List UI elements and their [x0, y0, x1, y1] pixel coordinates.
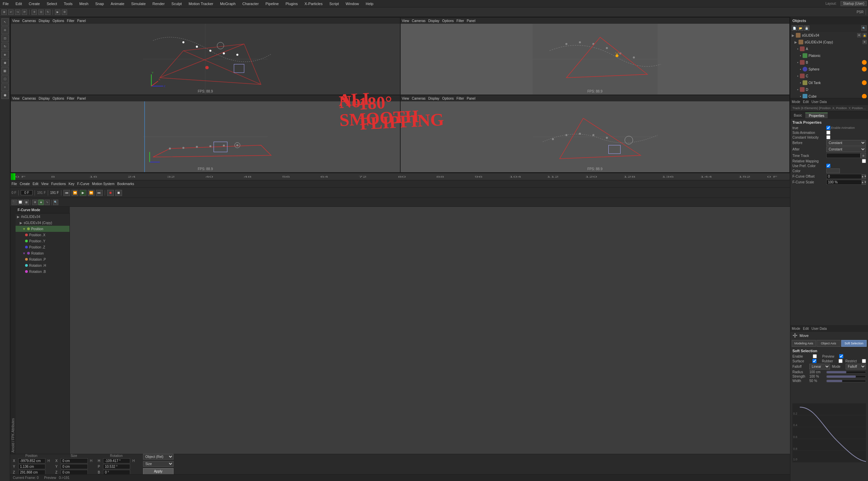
vp3-filter-menu[interactable]: Filter	[67, 97, 74, 100]
viewport-1-content[interactable]: Z Y X FPS: 88.9	[11, 24, 400, 95]
vp3-options-menu[interactable]: Options	[53, 97, 64, 100]
size-x-input[interactable]	[61, 458, 88, 463]
fcurve-scale-spin[interactable]: ▲▼	[862, 180, 866, 185]
vp2-cameras-menu[interactable]: Cameras	[412, 19, 426, 23]
file-menu[interactable]: File	[1, 1, 10, 6]
ss-width-slider[interactable]	[826, 380, 866, 382]
fcurve-offset-input[interactable]	[826, 174, 862, 179]
fcurve-tree-item-copy[interactable]: ▶ sGLIDEv34 (Copy)	[16, 220, 69, 226]
pos-y-input[interactable]	[18, 464, 45, 469]
play-button[interactable]: ▶	[80, 190, 86, 196]
window-menu[interactable]: Window	[344, 1, 360, 6]
fc-icon-3[interactable]: ▦	[24, 200, 29, 205]
ss-enable-checkbox[interactable]	[813, 354, 817, 358]
render-icon[interactable]: ▶	[55, 9, 60, 15]
xparticles-menu[interactable]: X-Particles	[303, 1, 324, 6]
fcurve-tree-item-pos-z[interactable]: Position .Z	[16, 244, 69, 250]
color-swatch[interactable]	[826, 168, 840, 173]
toolbar-icon-1[interactable]: ⊞	[1, 9, 7, 15]
obj-item-sphere[interactable]: • Sphere	[790, 66, 868, 73]
obj-item-oiltank[interactable]: • Oil Tank	[790, 79, 868, 86]
render-settings-icon[interactable]: ⚙	[62, 9, 67, 15]
obj-lock-1[interactable]: 🔒	[863, 33, 867, 37]
character-menu[interactable]: Character	[241, 1, 260, 6]
timeline-area[interactable]: 0 F 8 16 24 32 40 48 56 64 72 80 88 96 1…	[10, 173, 790, 180]
record-button[interactable]: ⏺	[107, 190, 114, 196]
prev-frame-button[interactable]: ⏪	[72, 190, 78, 196]
fcurve-key-menu[interactable]: Key	[68, 182, 74, 186]
fc-tangent-icon[interactable]: ∿	[44, 200, 50, 205]
vp3-display-menu[interactable]: Display	[39, 97, 50, 100]
obj-vis-1[interactable]: 👁	[857, 33, 861, 37]
fcurve-create-menu[interactable]: Create	[20, 182, 30, 186]
sidebar-tool4-icon[interactable]: ⬡	[1, 75, 9, 83]
viewport-2-content[interactable]: FPS: 88.9	[401, 24, 790, 95]
create-menu[interactable]: Create	[27, 1, 41, 6]
fc-snap-icon[interactable]: ⊞	[32, 200, 38, 205]
pos-x-input[interactable]	[18, 458, 45, 463]
go-to-end-button[interactable]: ⏭	[96, 190, 103, 196]
vp2-display-menu[interactable]: Display	[428, 19, 440, 23]
fcurve-fcurve-menu[interactable]: F-Curve	[77, 182, 89, 186]
obj-save-icon[interactable]: 💾	[804, 25, 809, 31]
mograph-menu[interactable]: MoGraph	[219, 1, 237, 6]
attr-edit-tab[interactable]: Edit	[803, 327, 809, 330]
fcurve-tree-item-rot-p[interactable]: Rotation .P	[16, 256, 69, 262]
pipeline-menu[interactable]: Pipeline	[264, 1, 280, 6]
toolbar-icon-2[interactable]: ↩	[8, 9, 14, 15]
object-axis-button[interactable]: Object Axis	[816, 340, 841, 347]
ss-falloff-dropdown[interactable]: Linear	[809, 364, 830, 369]
ss-rubber-checkbox[interactable]	[839, 359, 843, 363]
obj-item-platonic[interactable]: • Platonic	[790, 52, 868, 59]
motion-tracker-menu[interactable]: Motion Tracker	[187, 1, 215, 6]
sidebar-tool5-icon[interactable]: ⌗	[1, 83, 9, 91]
fcurve-view-menu[interactable]: View	[41, 182, 48, 186]
vp4-view-menu[interactable]: View	[402, 97, 409, 100]
mode-tab[interactable]: Mode	[792, 100, 800, 104]
obj-item-sglide-copy[interactable]: ▶ sGLIDEv34 (Copy) 👁	[790, 39, 868, 45]
fcurve-tree-item-root[interactable]: ▶ #sGLIDEv34	[16, 214, 69, 220]
basic-tab[interactable]: Basic	[790, 113, 805, 118]
vp1-view-menu[interactable]: View	[12, 19, 20, 23]
vp1-options-menu[interactable]: Options	[53, 19, 64, 23]
fc-key-icon[interactable]: ◆	[38, 200, 44, 205]
fcurve-motion-system-menu[interactable]: Motion System	[92, 182, 115, 186]
vp2-panel-menu[interactable]: Panel	[467, 19, 476, 23]
fcurve-tree-item-rotation[interactable]: ▼ Rotation	[16, 250, 69, 256]
vp2-options-menu[interactable]: Options	[442, 19, 453, 23]
simulate-menu[interactable]: Simulate	[130, 1, 147, 6]
vp1-filter-menu[interactable]: Filter	[67, 19, 74, 23]
viewport-3-content[interactable]: FPS: 88.9	[11, 101, 400, 172]
vp3-cameras-menu[interactable]: Cameras	[22, 97, 36, 100]
vp4-options-menu[interactable]: Options	[442, 97, 453, 100]
user-data-tab[interactable]: User Data	[811, 100, 827, 104]
timeline-ruler[interactable]: 0 F 8 16 24 32 40 48 56 64 72 80 88 96 1…	[14, 173, 789, 180]
use-pref-color-checkbox[interactable]	[826, 164, 830, 168]
modeling-axis-button[interactable]: Modeling Axis	[792, 340, 816, 347]
size-y-input[interactable]	[61, 464, 88, 469]
help-menu[interactable]: Help	[364, 1, 375, 6]
mesh-menu[interactable]: Mesh	[78, 1, 90, 6]
sidebar-rotate-icon[interactable]: ↻	[1, 43, 9, 50]
fcurve-tree-item-rot-h[interactable]: Rotation .H	[16, 262, 69, 268]
fc-zoom-icon[interactable]: 🔍	[53, 200, 58, 205]
sidebar-tool1-icon[interactable]: ◈	[1, 51, 9, 58]
fcurve-edit-menu[interactable]: Edit	[33, 182, 38, 186]
solo-anim-checkbox[interactable]	[826, 131, 830, 135]
fcurve-tree-item-pos-x[interactable]: Position .X	[16, 232, 69, 238]
time-track-icon[interactable]: ⊞	[861, 153, 866, 158]
sidebar-scale-icon[interactable]: ⊡	[1, 35, 9, 42]
toolbar-icon-3[interactable]: ↪	[15, 9, 20, 15]
vp1-cameras-menu[interactable]: Cameras	[22, 19, 36, 23]
obj-open-icon[interactable]: 📂	[798, 25, 803, 31]
sculpt-menu[interactable]: Sculpt	[170, 1, 183, 6]
viewport-1[interactable]: View Cameras Display Options Filter Pane…	[11, 18, 400, 95]
sidebar-tool3-icon[interactable]: ▦	[1, 67, 9, 75]
apply-button[interactable]: Apply	[143, 468, 174, 475]
sidebar-tool2-icon[interactable]: ◉	[1, 59, 9, 66]
viewport-4-content[interactable]: FPS: 88.9	[401, 101, 790, 172]
vp4-display-menu[interactable]: Display	[428, 97, 440, 100]
fc-icon-1[interactable]: ⬛	[12, 200, 17, 205]
obj-item-c[interactable]: • C	[790, 73, 868, 79]
rot-x-input[interactable]	[103, 458, 130, 463]
